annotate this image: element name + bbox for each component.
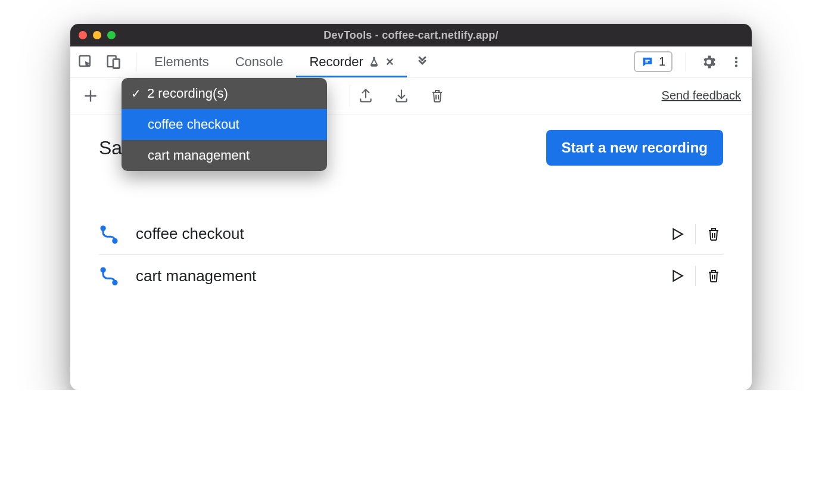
flow-icon (99, 224, 119, 244)
devtools-window: DevTools - coffee-cart.netlify.app/ (70, 24, 752, 390)
play-icon[interactable] (668, 266, 687, 285)
separator (695, 266, 696, 286)
svg-point-6 (735, 57, 737, 59)
separator (686, 52, 686, 71)
tab-label: Recorder (309, 54, 363, 70)
import-icon[interactable] (392, 86, 411, 105)
tab-recorder[interactable]: Recorder × (296, 46, 406, 77)
separator (350, 85, 350, 107)
send-feedback-link[interactable]: Send feedback (662, 89, 741, 102)
recording-name: coffee checkout (136, 225, 244, 243)
recording-row[interactable]: coffee checkout (99, 213, 723, 255)
dropdown-option-label: cart management (148, 148, 250, 163)
svg-rect-2 (113, 59, 120, 68)
issues-button[interactable]: 1 (634, 51, 672, 72)
separator (695, 224, 696, 244)
flask-icon (368, 56, 380, 68)
settings-icon[interactable] (699, 52, 718, 71)
close-tab-icon[interactable]: × (386, 54, 394, 70)
export-icon[interactable] (356, 86, 375, 105)
svg-rect-5 (645, 61, 648, 63)
svg-point-12 (113, 281, 117, 284)
dropdown-option[interactable]: cart management (122, 140, 327, 171)
dropdown-option[interactable]: coffee checkout (122, 109, 327, 140)
window-titlebar: DevTools - coffee-cart.netlify.app/ (70, 24, 752, 46)
start-recording-button[interactable]: Start a new recording (546, 130, 723, 166)
dropdown-header-label: 2 recording(s) (147, 86, 228, 101)
recordings-list: coffee checkout cart management (99, 213, 723, 297)
delete-icon[interactable] (428, 86, 447, 105)
dropdown-header[interactable]: ✓ 2 recording(s) (122, 78, 327, 109)
kebab-menu-icon[interactable] (727, 52, 746, 71)
tab-label: Console (235, 54, 284, 70)
tab-elements[interactable]: Elements (141, 46, 222, 77)
separator (136, 52, 136, 71)
tab-label: Elements (154, 54, 209, 70)
new-recording-icon[interactable] (81, 86, 100, 105)
recording-row[interactable]: cart management (99, 255, 723, 297)
more-tabs-button[interactable] (407, 46, 438, 77)
delete-icon[interactable] (704, 225, 723, 244)
delete-icon[interactable] (704, 266, 723, 285)
play-icon[interactable] (668, 225, 687, 244)
issues-icon (641, 55, 654, 69)
svg-rect-4 (645, 60, 649, 61)
recordings-dropdown[interactable]: ✓ 2 recording(s) coffee checkout cart ma… (122, 78, 327, 171)
svg-point-10 (113, 239, 117, 242)
inspect-element-icon[interactable] (76, 52, 95, 71)
flow-icon (99, 266, 119, 286)
issues-count: 1 (659, 55, 665, 69)
window-title: DevTools - coffee-cart.netlify.app/ (70, 29, 752, 42)
tab-console[interactable]: Console (222, 46, 297, 77)
recording-name: cart management (136, 267, 256, 285)
recorder-toolbar: Send feedback ✓ 2 recording(s) coffee ch… (70, 77, 752, 114)
svg-point-8 (735, 64, 737, 67)
dropdown-option-label: coffee checkout (148, 117, 239, 132)
svg-point-7 (735, 60, 737, 63)
devtools-tabstrip: Elements Console Recorder × 1 (70, 46, 752, 77)
check-icon: ✓ (131, 86, 141, 101)
device-toolbar-icon[interactable] (104, 52, 123, 71)
